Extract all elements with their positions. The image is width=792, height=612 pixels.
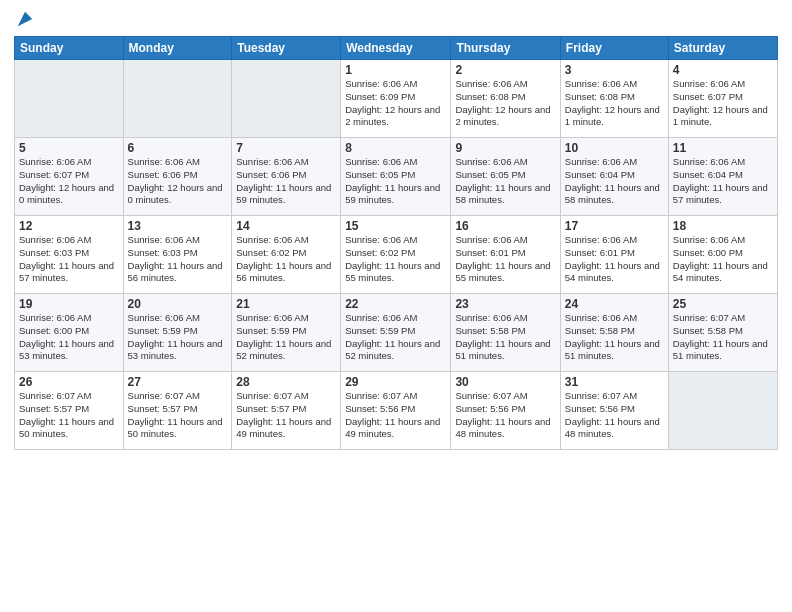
day-number: 27 [128,375,228,389]
day-number: 15 [345,219,446,233]
day-number: 22 [345,297,446,311]
day-info: Sunrise: 6:06 AM Sunset: 6:03 PM Dayligh… [128,234,228,285]
day-info: Sunrise: 6:07 AM Sunset: 5:58 PM Dayligh… [673,312,773,363]
logo-icon [16,10,34,28]
day-info: Sunrise: 6:07 AM Sunset: 5:56 PM Dayligh… [565,390,664,441]
day-number: 1 [345,63,446,77]
day-cell: 4Sunrise: 6:06 AM Sunset: 6:07 PM Daylig… [668,60,777,138]
calendar: SundayMondayTuesdayWednesdayThursdayFrid… [14,36,778,450]
day-number: 30 [455,375,555,389]
weekday-header-friday: Friday [560,37,668,60]
weekday-header-sunday: Sunday [15,37,124,60]
day-info: Sunrise: 6:06 AM Sunset: 6:00 PM Dayligh… [673,234,773,285]
day-number: 29 [345,375,446,389]
day-number: 31 [565,375,664,389]
day-info: Sunrise: 6:06 AM Sunset: 6:01 PM Dayligh… [455,234,555,285]
week-row-1: 5Sunrise: 6:06 AM Sunset: 6:07 PM Daylig… [15,138,778,216]
weekday-header-saturday: Saturday [668,37,777,60]
day-cell: 14Sunrise: 6:06 AM Sunset: 6:02 PM Dayli… [232,216,341,294]
day-info: Sunrise: 6:06 AM Sunset: 6:01 PM Dayligh… [565,234,664,285]
day-info: Sunrise: 6:07 AM Sunset: 5:56 PM Dayligh… [345,390,446,441]
day-info: Sunrise: 6:06 AM Sunset: 5:58 PM Dayligh… [565,312,664,363]
day-cell: 11Sunrise: 6:06 AM Sunset: 6:04 PM Dayli… [668,138,777,216]
day-info: Sunrise: 6:06 AM Sunset: 6:06 PM Dayligh… [128,156,228,207]
page: SundayMondayTuesdayWednesdayThursdayFrid… [0,0,792,612]
day-cell [232,60,341,138]
day-cell [668,372,777,450]
day-number: 13 [128,219,228,233]
day-cell: 21Sunrise: 6:06 AM Sunset: 5:59 PM Dayli… [232,294,341,372]
day-number: 16 [455,219,555,233]
day-cell: 26Sunrise: 6:07 AM Sunset: 5:57 PM Dayli… [15,372,124,450]
day-cell: 28Sunrise: 6:07 AM Sunset: 5:57 PM Dayli… [232,372,341,450]
day-number: 17 [565,219,664,233]
day-info: Sunrise: 6:07 AM Sunset: 5:57 PM Dayligh… [19,390,119,441]
day-cell: 24Sunrise: 6:06 AM Sunset: 5:58 PM Dayli… [560,294,668,372]
day-cell: 1Sunrise: 6:06 AM Sunset: 6:09 PM Daylig… [341,60,451,138]
svg-marker-0 [18,12,32,26]
day-cell [15,60,124,138]
day-cell: 30Sunrise: 6:07 AM Sunset: 5:56 PM Dayli… [451,372,560,450]
day-cell: 29Sunrise: 6:07 AM Sunset: 5:56 PM Dayli… [341,372,451,450]
day-cell: 13Sunrise: 6:06 AM Sunset: 6:03 PM Dayli… [123,216,232,294]
day-cell: 22Sunrise: 6:06 AM Sunset: 5:59 PM Dayli… [341,294,451,372]
week-row-4: 26Sunrise: 6:07 AM Sunset: 5:57 PM Dayli… [15,372,778,450]
day-info: Sunrise: 6:06 AM Sunset: 5:59 PM Dayligh… [236,312,336,363]
day-info: Sunrise: 6:07 AM Sunset: 5:57 PM Dayligh… [236,390,336,441]
day-number: 6 [128,141,228,155]
day-cell: 6Sunrise: 6:06 AM Sunset: 6:06 PM Daylig… [123,138,232,216]
day-number: 20 [128,297,228,311]
day-cell: 12Sunrise: 6:06 AM Sunset: 6:03 PM Dayli… [15,216,124,294]
day-number: 26 [19,375,119,389]
header [14,10,778,28]
week-row-2: 12Sunrise: 6:06 AM Sunset: 6:03 PM Dayli… [15,216,778,294]
day-number: 2 [455,63,555,77]
day-number: 4 [673,63,773,77]
weekday-header-row: SundayMondayTuesdayWednesdayThursdayFrid… [15,37,778,60]
day-cell: 25Sunrise: 6:07 AM Sunset: 5:58 PM Dayli… [668,294,777,372]
week-row-3: 19Sunrise: 6:06 AM Sunset: 6:00 PM Dayli… [15,294,778,372]
day-number: 7 [236,141,336,155]
day-number: 5 [19,141,119,155]
day-info: Sunrise: 6:06 AM Sunset: 6:05 PM Dayligh… [345,156,446,207]
day-info: Sunrise: 6:06 AM Sunset: 6:07 PM Dayligh… [673,78,773,129]
day-info: Sunrise: 6:06 AM Sunset: 6:04 PM Dayligh… [673,156,773,207]
day-info: Sunrise: 6:06 AM Sunset: 6:06 PM Dayligh… [236,156,336,207]
day-info: Sunrise: 6:06 AM Sunset: 5:59 PM Dayligh… [128,312,228,363]
day-number: 23 [455,297,555,311]
day-cell: 23Sunrise: 6:06 AM Sunset: 5:58 PM Dayli… [451,294,560,372]
day-info: Sunrise: 6:06 AM Sunset: 6:08 PM Dayligh… [565,78,664,129]
day-info: Sunrise: 6:06 AM Sunset: 6:03 PM Dayligh… [19,234,119,285]
day-info: Sunrise: 6:06 AM Sunset: 6:00 PM Dayligh… [19,312,119,363]
day-info: Sunrise: 6:06 AM Sunset: 5:58 PM Dayligh… [455,312,555,363]
day-cell: 7Sunrise: 6:06 AM Sunset: 6:06 PM Daylig… [232,138,341,216]
day-cell [123,60,232,138]
day-number: 9 [455,141,555,155]
day-info: Sunrise: 6:06 AM Sunset: 6:05 PM Dayligh… [455,156,555,207]
day-number: 25 [673,297,773,311]
day-number: 18 [673,219,773,233]
day-cell: 15Sunrise: 6:06 AM Sunset: 6:02 PM Dayli… [341,216,451,294]
day-cell: 10Sunrise: 6:06 AM Sunset: 6:04 PM Dayli… [560,138,668,216]
day-cell: 31Sunrise: 6:07 AM Sunset: 5:56 PM Dayli… [560,372,668,450]
day-cell: 17Sunrise: 6:06 AM Sunset: 6:01 PM Dayli… [560,216,668,294]
day-info: Sunrise: 6:07 AM Sunset: 5:57 PM Dayligh… [128,390,228,441]
weekday-header-thursday: Thursday [451,37,560,60]
day-cell: 8Sunrise: 6:06 AM Sunset: 6:05 PM Daylig… [341,138,451,216]
day-number: 12 [19,219,119,233]
day-info: Sunrise: 6:07 AM Sunset: 5:56 PM Dayligh… [455,390,555,441]
day-number: 10 [565,141,664,155]
day-number: 11 [673,141,773,155]
day-cell: 16Sunrise: 6:06 AM Sunset: 6:01 PM Dayli… [451,216,560,294]
day-info: Sunrise: 6:06 AM Sunset: 6:02 PM Dayligh… [345,234,446,285]
day-cell: 5Sunrise: 6:06 AM Sunset: 6:07 PM Daylig… [15,138,124,216]
day-info: Sunrise: 6:06 AM Sunset: 6:07 PM Dayligh… [19,156,119,207]
day-cell: 27Sunrise: 6:07 AM Sunset: 5:57 PM Dayli… [123,372,232,450]
day-cell: 20Sunrise: 6:06 AM Sunset: 5:59 PM Dayli… [123,294,232,372]
day-number: 21 [236,297,336,311]
day-info: Sunrise: 6:06 AM Sunset: 5:59 PM Dayligh… [345,312,446,363]
weekday-header-wednesday: Wednesday [341,37,451,60]
weekday-header-monday: Monday [123,37,232,60]
logo [14,10,34,28]
day-info: Sunrise: 6:06 AM Sunset: 6:02 PM Dayligh… [236,234,336,285]
